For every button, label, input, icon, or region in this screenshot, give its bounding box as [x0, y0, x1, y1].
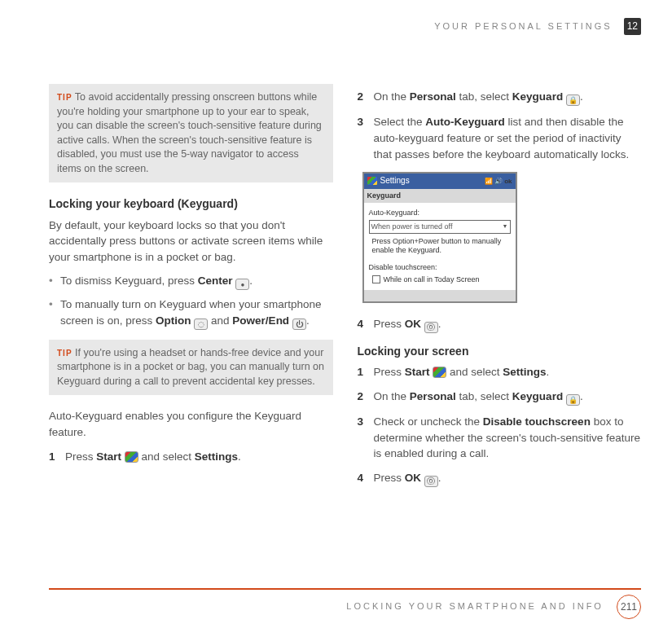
checkbox-row: While on call in Today Screen — [372, 275, 511, 285]
tip-box: TIP If you're using a headset or hands-f… — [49, 340, 333, 396]
hint-text: Press Option+Power button to manually en… — [372, 237, 511, 256]
tip-text: To avoid accidentally pressing onscreen … — [57, 91, 322, 174]
dropdown-arrow-icon: ▼ — [503, 222, 508, 231]
content-columns: TIP To avoid accidentally pressing onscr… — [49, 84, 641, 496]
start-button-icon — [433, 367, 446, 378]
screenshot-tab: Keyguard — [364, 189, 516, 203]
step-item: 3 Select the Auto-Keyguard list and then… — [358, 114, 642, 162]
running-header: YOUR PERSONAL SETTINGS 12 — [49, 18, 641, 35]
step-item: 2 On the Personal tab, select Keyguard . — [358, 389, 642, 406]
auto-keyguard-select: When power is turned off▼ — [369, 220, 511, 234]
section-body: By default, your keyboard locks so that … — [49, 217, 333, 266]
step-item: 1 Press Start and select Settings. — [49, 449, 333, 465]
step-item: 3 Check or uncheck the Disable touchscre… — [358, 414, 642, 462]
field-label: Disable touchscreen: — [369, 262, 511, 273]
running-head-text: YOUR PERSONAL SETTINGS — [434, 21, 612, 31]
option-button-icon — [194, 318, 208, 330]
ok-button-icon — [424, 476, 438, 487]
step-list: 2 On the Personal tab, select Keyguard .… — [358, 89, 642, 162]
titlebar-status-icons: 📶 🔊 ok — [485, 177, 512, 187]
field-label: Auto-Keyguard: — [369, 208, 511, 218]
step-list: 4 Press OK . — [358, 316, 642, 333]
tip-box: TIP To avoid accidentally pressing onscr… — [49, 84, 333, 182]
step-item: 4 Press OK . — [358, 470, 642, 487]
section-title: Locking your keyboard (Keyguard) — [49, 195, 333, 212]
footer-text: LOCKING YOUR SMARTPHONE AND INFO — [346, 601, 604, 611]
lock-icon — [566, 94, 580, 106]
step-list: 1 Press Start and select Settings. — [49, 449, 333, 465]
step-item: 1 Press Start and select Settings. — [358, 364, 642, 380]
windows-flag-icon — [367, 177, 377, 185]
tip-label: TIP — [57, 93, 72, 102]
right-column: 2 On the Personal tab, select Keyguard .… — [358, 84, 642, 496]
page-number: 211 — [617, 595, 641, 619]
left-column: TIP To avoid accidentally pressing onscr… — [49, 84, 333, 496]
step-item: 2 On the Personal tab, select Keyguard . — [358, 89, 642, 106]
device-screenshot: Settings 📶 🔊 ok Keyguard Auto-Keyguard: … — [362, 172, 517, 303]
paragraph: Auto-Keyguard enables you configure the … — [49, 408, 333, 440]
step-list: 1 Press Start and select Settings. 2 On … — [358, 364, 642, 486]
screenshot-title: Settings — [380, 175, 410, 187]
start-button-icon — [125, 451, 138, 463]
screenshot-bottom-bar — [364, 290, 516, 301]
tip-label: TIP — [57, 349, 72, 358]
list-item: To manually turn on Keyguard when your s… — [49, 297, 333, 330]
center-button-icon — [235, 279, 249, 290]
step-item: 4 Press OK . — [358, 316, 642, 333]
list-item: To dismiss Keyguard, press Center . — [49, 273, 333, 290]
bullet-list: To dismiss Keyguard, press Center . To m… — [49, 273, 333, 330]
checkbox-icon — [372, 275, 380, 283]
page-footer: LOCKING YOUR SMARTPHONE AND INFO 211 — [49, 588, 641, 619]
power-end-button-icon — [292, 318, 306, 330]
ok-button-icon — [424, 322, 438, 333]
tip-text: If you're using a headset or hands-free … — [57, 347, 324, 387]
screenshot-body: Auto-Keyguard: When power is turned off▼… — [364, 203, 516, 291]
chapter-number-badge: 12 — [624, 18, 641, 35]
lock-icon — [566, 394, 580, 406]
screenshot-titlebar: Settings 📶 🔊 ok — [364, 174, 516, 189]
section-title: Locking your screen — [358, 343, 642, 359]
